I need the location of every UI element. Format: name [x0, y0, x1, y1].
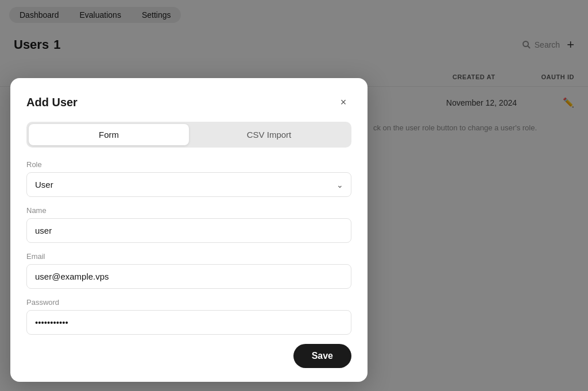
- modal-title: Add User: [26, 96, 78, 109]
- modal-overlay: Add User × Form CSV Import Role User Adm…: [0, 0, 588, 391]
- tab-csv-import[interactable]: CSV Import: [189, 124, 349, 145]
- modal-footer: Save: [26, 344, 351, 368]
- close-button[interactable]: ×: [335, 94, 351, 110]
- email-label: Email: [26, 252, 351, 261]
- email-field-group: Email: [26, 252, 351, 289]
- tab-toggle: Form CSV Import: [26, 122, 351, 148]
- password-input[interactable]: [26, 310, 351, 335]
- name-input[interactable]: [26, 218, 351, 243]
- password-label: Password: [26, 298, 351, 307]
- role-label: Role: [26, 160, 351, 169]
- role-select[interactable]: User Admin Viewer: [26, 172, 351, 197]
- password-field-group: Password: [26, 298, 351, 335]
- tab-form[interactable]: Form: [29, 124, 189, 145]
- name-field-group: Name: [26, 206, 351, 243]
- role-field-group: Role User Admin Viewer ⌄: [26, 160, 351, 197]
- add-user-modal: Add User × Form CSV Import Role User Adm…: [10, 78, 368, 382]
- email-input[interactable]: [26, 264, 351, 289]
- role-select-wrapper: User Admin Viewer ⌄: [26, 172, 351, 197]
- save-button[interactable]: Save: [293, 344, 351, 368]
- modal-header: Add User ×: [26, 94, 351, 110]
- name-label: Name: [26, 206, 351, 215]
